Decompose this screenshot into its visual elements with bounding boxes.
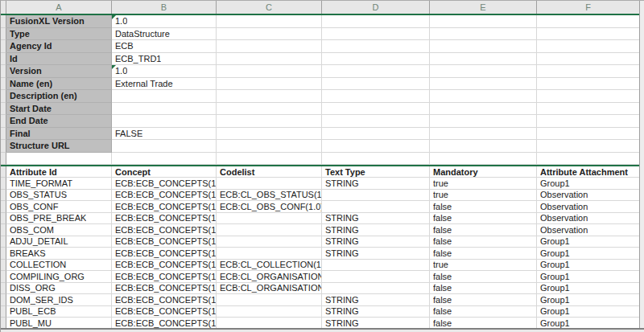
- codelist-cell[interactable]: [217, 224, 322, 236]
- empty-cell[interactable]: [217, 53, 322, 66]
- text-type-cell[interactable]: STRING: [322, 306, 430, 318]
- empty-cell[interactable]: [537, 78, 640, 91]
- metadata-value-cell[interactable]: 1.0: [112, 15, 217, 28]
- concept-cell[interactable]: ECB:ECB_CONCEPTS(1.0).OBS_CONF: [112, 201, 217, 213]
- attribute-id-cell[interactable]: OBS_CONF: [6, 201, 112, 213]
- text-type-cell[interactable]: STRING: [322, 178, 430, 190]
- attribute-id-cell[interactable]: OBS_PRE_BREAK: [6, 213, 112, 225]
- empty-cell[interactable]: [322, 103, 430, 116]
- empty-cell[interactable]: [537, 153, 640, 166]
- empty-cell[interactable]: [537, 65, 640, 78]
- codelist-cell[interactable]: ECB:CL_COLLECTION(1.0): [217, 260, 322, 272]
- metadata-value-cell[interactable]: 1.0: [112, 65, 217, 78]
- column-header-D[interactable]: D: [322, 1, 430, 14]
- concept-cell[interactable]: ECB:ECB_CONCEPTS(1.0).DOM_SER_IDS: [112, 294, 217, 306]
- metadata-value-cell[interactable]: [112, 115, 217, 128]
- attachment-cell[interactable]: Observation: [537, 190, 640, 202]
- empty-cell[interactable]: [322, 78, 430, 91]
- mandatory-cell[interactable]: false: [430, 213, 537, 225]
- attr-col-header-mandatory[interactable]: Mandatory: [430, 166, 537, 178]
- empty-cell[interactable]: [322, 40, 430, 53]
- empty-cell[interactable]: [430, 128, 537, 141]
- mandatory-cell[interactable]: true: [430, 190, 537, 202]
- attribute-id-cell[interactable]: BREAKS: [6, 248, 112, 260]
- attribute-id-cell[interactable]: TIME_FORMAT: [6, 178, 112, 190]
- attribute-id-cell[interactable]: DISS_ORG: [6, 283, 112, 295]
- metadata-value-cell[interactable]: ECB_TRD1: [112, 53, 217, 66]
- mandatory-cell[interactable]: false: [430, 248, 537, 260]
- metadata-label-cell[interactable]: End Date: [6, 115, 112, 128]
- column-header-F[interactable]: F: [537, 1, 640, 14]
- metadata-label-cell[interactable]: Type: [6, 28, 112, 41]
- select-all-corner[interactable]: [1, 1, 6, 14]
- metadata-value-cell[interactable]: [112, 140, 217, 153]
- metadata-label-cell[interactable]: Id: [6, 53, 112, 66]
- mandatory-cell[interactable]: false: [430, 306, 537, 318]
- codelist-cell[interactable]: ECB:CL_ORGANISATION(1.0): [217, 271, 322, 283]
- column-header-A[interactable]: A: [6, 1, 112, 14]
- attachment-cell[interactable]: Group1: [537, 260, 640, 272]
- attachment-cell[interactable]: Group1: [537, 271, 640, 283]
- mandatory-cell[interactable]: false: [430, 201, 537, 213]
- concept-cell[interactable]: ECB:ECB_CONCEPTS(1.0).OBS_COM: [112, 224, 217, 236]
- metadata-label-cell[interactable]: Version: [6, 65, 112, 78]
- empty-cell[interactable]: [112, 153, 217, 166]
- mandatory-cell[interactable]: true: [430, 260, 537, 272]
- codelist-cell[interactable]: [217, 213, 322, 225]
- attribute-id-cell[interactable]: COMPILING_ORG: [6, 271, 112, 283]
- attribute-id-cell[interactable]: DOM_SER_IDS: [6, 294, 112, 306]
- empty-cell[interactable]: [217, 153, 322, 166]
- attribute-id-cell[interactable]: OBS_COM: [6, 224, 112, 236]
- text-type-cell[interactable]: STRING: [322, 236, 430, 248]
- column-header-C[interactable]: C: [217, 1, 322, 14]
- text-type-cell[interactable]: STRING: [322, 294, 430, 306]
- attr-col-header-concept[interactable]: Concept: [112, 166, 217, 178]
- concept-cell[interactable]: ECB:ECB_CONCEPTS(1.0).BREAKS: [112, 248, 217, 260]
- empty-cell[interactable]: [217, 78, 322, 91]
- attr-col-header-attribute-attachment[interactable]: Attribute Attachment: [537, 166, 640, 178]
- codelist-cell[interactable]: [217, 248, 322, 260]
- text-type-cell[interactable]: STRING: [322, 248, 430, 260]
- attribute-id-cell[interactable]: OBS_STATUS: [6, 190, 112, 202]
- metadata-label-cell[interactable]: Name (en): [6, 78, 112, 91]
- codelist-cell[interactable]: ECB:CL_OBS_CONF(1.0): [217, 201, 322, 213]
- concept-cell[interactable]: ECB:ECB_CONCEPTS(1.0).OBS_STATUS: [112, 190, 217, 202]
- empty-cell[interactable]: [322, 15, 430, 28]
- empty-cell[interactable]: [217, 140, 322, 153]
- empty-cell[interactable]: [322, 53, 430, 66]
- attachment-cell[interactable]: Group1: [537, 283, 640, 295]
- empty-cell[interactable]: [430, 140, 537, 153]
- attribute-id-cell[interactable]: PUBL_ECB: [6, 306, 112, 318]
- empty-cell[interactable]: [430, 53, 537, 66]
- empty-cell[interactable]: [430, 40, 537, 53]
- empty-cell[interactable]: [537, 140, 640, 153]
- empty-cell[interactable]: [322, 128, 430, 141]
- empty-cell[interactable]: [537, 53, 640, 66]
- concept-cell[interactable]: ECB:ECB_CONCEPTS(1.0).COMPILING_ORG: [112, 271, 217, 283]
- attachment-cell[interactable]: Group1: [537, 294, 640, 306]
- empty-cell[interactable]: [537, 128, 640, 141]
- text-type-cell[interactable]: [322, 190, 430, 202]
- concept-cell[interactable]: ECB:ECB_CONCEPTS(1.0).DISS_ORG: [112, 283, 217, 295]
- attribute-id-cell[interactable]: COLLECTION: [6, 260, 112, 272]
- attachment-cell[interactable]: Observation: [537, 201, 640, 213]
- metadata-label-cell[interactable]: Agency Id: [6, 40, 112, 53]
- codelist-cell[interactable]: [217, 236, 322, 248]
- attachment-cell[interactable]: Group1: [537, 248, 640, 260]
- concept-cell[interactable]: ECB:ECB_CONCEPTS(1.0).PUBL_ECB: [112, 306, 217, 318]
- empty-cell[interactable]: [430, 78, 537, 91]
- column-header-B[interactable]: B: [112, 1, 217, 14]
- empty-cell[interactable]: [217, 65, 322, 78]
- text-type-cell[interactable]: STRING: [322, 224, 430, 236]
- text-type-cell[interactable]: [322, 283, 430, 295]
- text-type-cell[interactable]: [322, 201, 430, 213]
- concept-cell[interactable]: ECB:ECB_CONCEPTS(1.0).TIME_FORMAT: [112, 178, 217, 190]
- empty-cell[interactable]: [430, 65, 537, 78]
- empty-cell[interactable]: [430, 153, 537, 166]
- empty-cell[interactable]: [537, 115, 640, 128]
- concept-cell[interactable]: ECB:ECB_CONCEPTS(1.0).ADJU_DETAIL: [112, 236, 217, 248]
- mandatory-cell[interactable]: false: [430, 283, 537, 295]
- codelist-cell[interactable]: [217, 178, 322, 190]
- empty-cell[interactable]: [217, 103, 322, 116]
- empty-cell[interactable]: [217, 128, 322, 141]
